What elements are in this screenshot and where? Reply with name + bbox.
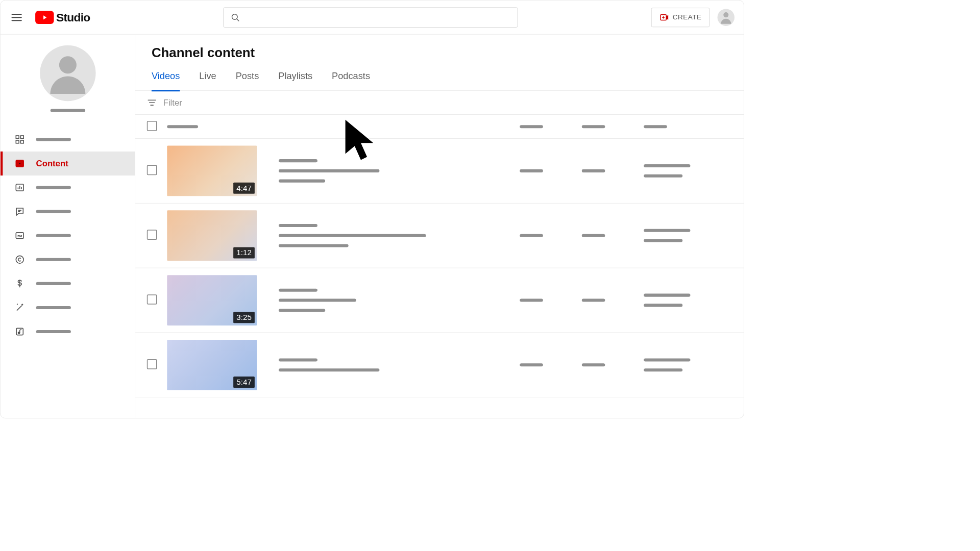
sidebar-item-label xyxy=(36,234,71,237)
subtitles-icon xyxy=(14,230,25,241)
sidebar-item-label: Content xyxy=(36,159,68,169)
cell-placeholder xyxy=(644,358,690,361)
tab-posts[interactable]: Posts xyxy=(236,70,259,90)
cell-placeholder xyxy=(520,363,543,366)
sidebar-item-customization[interactable] xyxy=(1,295,135,319)
video-text-placeholder xyxy=(279,358,317,361)
copyright-icon xyxy=(14,254,25,265)
row-checkbox[interactable] xyxy=(147,294,157,305)
cell-placeholder xyxy=(644,239,682,242)
cell-placeholder xyxy=(644,229,690,232)
svg-rect-12 xyxy=(16,136,19,139)
sidebar-item-label xyxy=(36,258,71,261)
video-row[interactable]: 1:12 xyxy=(135,204,744,268)
cell-placeholder xyxy=(644,174,682,178)
video-text-placeholder xyxy=(279,169,379,172)
logo[interactable]: Studio xyxy=(35,11,90,24)
cell-placeholder xyxy=(520,169,543,172)
search-icon xyxy=(231,13,240,22)
person-icon xyxy=(43,48,92,98)
cell-placeholder xyxy=(644,294,690,297)
sidebar-nav: Content xyxy=(1,128,135,344)
video-text-placeholder xyxy=(279,159,317,162)
column-header-video xyxy=(167,125,198,128)
video-row[interactable]: 5:47 xyxy=(135,333,744,397)
search-box[interactable] xyxy=(224,7,518,27)
tab-videos[interactable]: Videos xyxy=(152,70,180,91)
tab-podcasts[interactable]: Podcasts xyxy=(332,70,370,90)
sidebar-item-label xyxy=(36,210,71,213)
svg-line-31 xyxy=(17,306,22,311)
account-avatar[interactable] xyxy=(718,9,734,26)
sidebar-item-analytics[interactable] xyxy=(1,176,135,199)
tab-playlists[interactable]: Playlists xyxy=(278,70,312,90)
video-text-placeholder xyxy=(279,289,317,292)
cell-placeholder xyxy=(520,298,543,302)
sidebar-item-copyright[interactable] xyxy=(1,247,135,271)
comment-icon xyxy=(14,206,25,217)
youtube-play-icon xyxy=(35,11,54,24)
cell-placeholder xyxy=(582,169,605,172)
cell-placeholder xyxy=(582,363,605,366)
person-icon xyxy=(718,10,733,25)
cell-placeholder xyxy=(582,298,605,302)
grid-icon xyxy=(14,134,25,145)
filter-row[interactable]: Filter xyxy=(135,91,744,115)
video-thumbnail[interactable]: 5:47 xyxy=(167,340,257,390)
row-checkbox[interactable] xyxy=(147,165,157,175)
sidebar-item-label xyxy=(36,330,71,333)
video-text-placeholder xyxy=(279,309,325,312)
main-panel: Channel content VideosLivePostsPlaylists… xyxy=(135,35,744,418)
video-text-placeholder xyxy=(279,368,379,371)
video-duration: 4:47 xyxy=(233,183,255,194)
svg-line-5 xyxy=(237,19,239,21)
create-button[interactable]: CREATE xyxy=(651,8,709,27)
sidebar-item-subtitles[interactable] xyxy=(1,223,135,247)
logo-text: Studio xyxy=(56,11,90,24)
svg-rect-15 xyxy=(20,140,23,143)
sidebar-item-content[interactable]: Content xyxy=(1,152,135,176)
channel-avatar[interactable] xyxy=(40,45,95,101)
search-input[interactable] xyxy=(246,13,510,21)
bar-chart-icon xyxy=(14,182,25,193)
svg-rect-14 xyxy=(16,140,19,143)
filter-label: Filter xyxy=(163,97,182,108)
music-note-icon xyxy=(14,326,25,337)
sidebar-item-earn[interactable] xyxy=(1,271,135,295)
video-duration: 1:12 xyxy=(233,247,255,258)
video-text-placeholder xyxy=(279,180,325,183)
sidebar-item-label xyxy=(36,186,71,189)
video-rows: 4:471:123:255:47 xyxy=(135,139,744,397)
tab-live[interactable]: Live xyxy=(199,70,216,90)
svg-line-39 xyxy=(20,330,21,330)
menu-button[interactable] xyxy=(7,8,26,27)
video-text-placeholder xyxy=(279,224,317,227)
video-text-placeholder xyxy=(279,298,356,302)
sidebar-item-audio[interactable] xyxy=(1,319,135,343)
row-checkbox[interactable] xyxy=(147,359,157,369)
video-row[interactable]: 4:47 xyxy=(135,139,744,204)
video-row[interactable]: 3:25 xyxy=(135,268,744,333)
video-thumbnail[interactable]: 3:25 xyxy=(167,275,257,325)
column-header xyxy=(520,125,543,128)
column-header xyxy=(582,125,605,128)
select-all-checkbox[interactable] xyxy=(147,121,157,131)
row-checkbox[interactable] xyxy=(147,230,157,240)
video-duration: 3:25 xyxy=(233,312,255,323)
cell-placeholder xyxy=(644,368,682,371)
sidebar-item-comments[interactable] xyxy=(1,199,135,223)
dollar-icon xyxy=(14,278,25,289)
cell-placeholder xyxy=(582,234,605,237)
sidebar-item-label xyxy=(36,306,71,309)
page-title: Channel content xyxy=(135,35,744,61)
video-text-placeholder xyxy=(279,234,426,237)
create-icon xyxy=(659,13,669,22)
sidebar-item-dashboard[interactable] xyxy=(1,128,135,152)
channel-summary xyxy=(1,35,135,128)
sidebar-item-label xyxy=(36,282,71,285)
video-thumbnail[interactable]: 4:47 xyxy=(167,146,257,196)
sidebar-item-label xyxy=(36,138,71,141)
video-thumbnail[interactable]: 1:12 xyxy=(167,210,257,261)
content-tabs: VideosLivePostsPlaylistsPodcasts xyxy=(135,60,744,90)
play-square-icon xyxy=(14,158,25,169)
